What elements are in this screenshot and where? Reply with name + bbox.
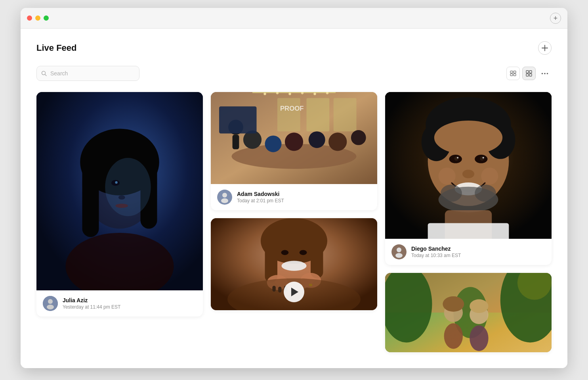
more-options-button[interactable] bbox=[538, 67, 552, 80]
plus-icon bbox=[541, 44, 548, 52]
column-1: Julia Aziz Yesterday at 11:44 pm EST bbox=[36, 92, 203, 317]
list-view-icon bbox=[510, 70, 516, 77]
svg-point-87 bbox=[475, 184, 496, 202]
svg-rect-31 bbox=[307, 98, 330, 131]
svg-rect-89 bbox=[428, 223, 509, 239]
svg-point-54 bbox=[221, 198, 228, 203]
svg-point-81 bbox=[457, 157, 458, 158]
svg-point-13 bbox=[544, 73, 546, 74]
avatar-julia bbox=[43, 296, 58, 311]
svg-rect-11 bbox=[529, 74, 532, 76]
svg-rect-18 bbox=[82, 162, 99, 237]
titlebar: + bbox=[21, 8, 567, 29]
card-adam-meta: Adam Sadowski Today at 2:01 pm EST bbox=[237, 191, 284, 203]
svg-point-86 bbox=[441, 184, 462, 202]
svg-point-62 bbox=[300, 250, 307, 255]
svg-rect-10 bbox=[526, 74, 529, 76]
svg-point-20 bbox=[105, 158, 151, 216]
svg-rect-6 bbox=[510, 74, 513, 76]
grid-view-icon bbox=[526, 70, 532, 77]
card-julia-info: Julia Aziz Yesterday at 11:44 pm EST bbox=[36, 290, 203, 317]
app-window: + Live Feed bbox=[21, 8, 567, 368]
card-outdoor bbox=[385, 273, 552, 352]
svg-point-40 bbox=[328, 132, 347, 151]
svg-point-14 bbox=[547, 73, 548, 74]
minimize-button[interactable] bbox=[35, 15, 40, 21]
card-diego-image bbox=[385, 92, 552, 239]
close-button[interactable] bbox=[27, 15, 32, 21]
adam-name: Adam Sadowski bbox=[237, 191, 284, 197]
card-outdoor-image bbox=[385, 273, 552, 352]
svg-point-93 bbox=[397, 248, 401, 252]
fullscreen-button[interactable] bbox=[44, 15, 49, 21]
julia-name: Julia Aziz bbox=[63, 297, 120, 303]
svg-point-27 bbox=[48, 299, 53, 304]
svg-point-60 bbox=[282, 261, 307, 271]
svg-point-61 bbox=[281, 250, 288, 255]
adam-time: Today at 2:01 pm EST bbox=[237, 198, 284, 203]
view-controls bbox=[506, 67, 552, 80]
svg-point-48 bbox=[288, 93, 291, 95]
svg-rect-59 bbox=[311, 241, 323, 278]
svg-point-24 bbox=[116, 204, 128, 208]
column-2: PROOF bbox=[211, 92, 377, 310]
grid-view-button[interactable] bbox=[522, 67, 536, 80]
svg-point-12 bbox=[542, 73, 543, 74]
svg-rect-7 bbox=[514, 74, 516, 76]
list-view-button[interactable] bbox=[506, 67, 520, 80]
svg-point-102 bbox=[443, 296, 464, 312]
add-content-button[interactable] bbox=[538, 41, 552, 55]
svg-point-76 bbox=[434, 121, 502, 155]
svg-point-82 bbox=[483, 157, 484, 158]
svg-rect-8 bbox=[526, 71, 529, 73]
svg-point-53 bbox=[222, 193, 227, 198]
svg-point-90 bbox=[439, 167, 456, 184]
svg-rect-44 bbox=[219, 106, 257, 133]
svg-point-91 bbox=[481, 167, 498, 184]
column-3: Diego Sanchez Today at 10:33 am EST bbox=[385, 92, 552, 352]
card-diego-info: Diego Sanchez Today at 10:33 am EST bbox=[385, 239, 552, 265]
card-diego-meta: Diego Sanchez Today at 10:33 am EST bbox=[411, 246, 461, 258]
svg-point-104 bbox=[470, 325, 488, 351]
svg-rect-33 bbox=[277, 98, 300, 131]
avatar-adam bbox=[217, 190, 232, 205]
card-woman-image bbox=[211, 218, 377, 310]
titlebar-add-button[interactable]: + bbox=[550, 13, 561, 24]
svg-rect-32 bbox=[334, 98, 357, 131]
svg-point-83 bbox=[462, 170, 474, 178]
svg-point-46 bbox=[263, 93, 266, 95]
svg-point-22 bbox=[115, 181, 117, 184]
main-content: Live Feed bbox=[21, 29, 567, 368]
card-adam: PROOF bbox=[211, 92, 377, 210]
svg-point-39 bbox=[309, 131, 325, 148]
diego-name: Diego Sanchez bbox=[411, 246, 461, 252]
feed-grid: Julia Aziz Yesterday at 11:44 pm EST bbox=[36, 92, 552, 352]
svg-point-101 bbox=[444, 323, 463, 349]
svg-point-50 bbox=[313, 93, 316, 95]
card-adam-image: PROOF bbox=[211, 92, 377, 184]
julia-time: Yesterday at 11:44 pm EST bbox=[63, 304, 120, 310]
avatar-diego bbox=[391, 244, 407, 259]
card-julia-meta: Julia Aziz Yesterday at 11:44 pm EST bbox=[63, 297, 120, 310]
card-woman-video bbox=[211, 218, 377, 310]
search-container bbox=[36, 66, 139, 81]
svg-point-23 bbox=[118, 196, 125, 200]
search-input[interactable] bbox=[36, 66, 139, 81]
page-title: Live Feed bbox=[36, 43, 76, 53]
svg-rect-4 bbox=[510, 71, 513, 73]
card-diego: Diego Sanchez Today at 10:33 am EST bbox=[385, 92, 552, 265]
card-julia-image bbox=[36, 92, 203, 290]
svg-point-37 bbox=[265, 136, 282, 152]
svg-rect-5 bbox=[514, 71, 516, 73]
svg-point-94 bbox=[395, 253, 403, 258]
titlebar-add-icon: + bbox=[554, 15, 558, 22]
card-adam-info: Adam Sadowski Today at 2:01 pm EST bbox=[211, 184, 377, 210]
play-button[interactable] bbox=[284, 282, 304, 302]
svg-point-41 bbox=[351, 130, 366, 145]
ellipsis-icon bbox=[541, 73, 548, 75]
card-julia: Julia Aziz Yesterday at 11:44 pm EST bbox=[36, 92, 203, 317]
svg-point-105 bbox=[470, 299, 488, 313]
svg-rect-43 bbox=[233, 135, 239, 150]
svg-point-28 bbox=[47, 305, 54, 309]
page-header: Live Feed bbox=[36, 41, 552, 55]
